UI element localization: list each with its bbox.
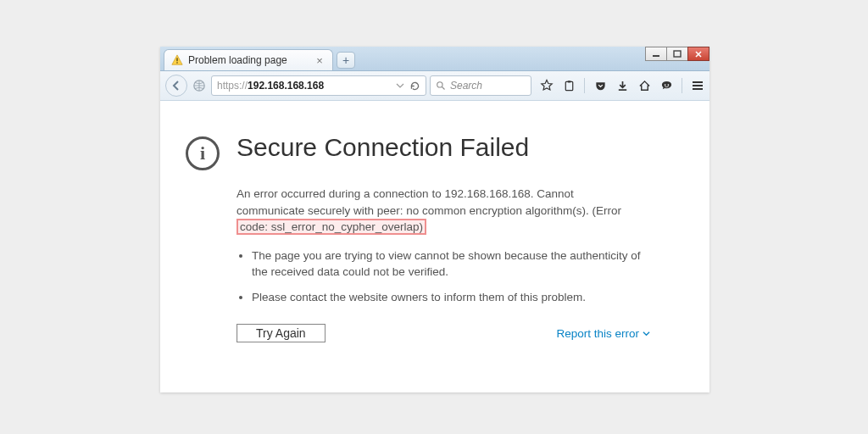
- navigation-toolbar: https:// 192.168.168.168 Search: [160, 71, 709, 101]
- search-placeholder: Search: [450, 80, 482, 92]
- svg-rect-13: [693, 85, 703, 86]
- svg-point-11: [667, 84, 669, 86]
- report-error-link[interactable]: Report this error: [556, 326, 650, 342]
- report-error-label: Report this error: [556, 326, 639, 342]
- dropdown-icon[interactable]: [396, 81, 404, 90]
- svg-rect-14: [693, 88, 703, 90]
- url-host: 192.168.168.168: [248, 80, 324, 92]
- toolbar-icons: [540, 78, 704, 93]
- error-bullet: The page you are trying to view cannot b…: [252, 248, 643, 281]
- svg-rect-3: [176, 62, 177, 63]
- error-description-text: An error occurred during a connection to…: [236, 187, 621, 217]
- search-bar[interactable]: Search: [430, 75, 531, 96]
- svg-point-10: [664, 84, 665, 86]
- bookmark-star-icon[interactable]: [540, 79, 554, 92]
- error-description: An error occurred during a connection to…: [236, 186, 635, 236]
- svg-rect-9: [618, 89, 626, 91]
- menu-icon[interactable]: [691, 79, 704, 92]
- tab-close-icon[interactable]: ×: [314, 54, 326, 66]
- new-tab-button[interactable]: +: [337, 52, 355, 69]
- url-actions: [396, 81, 420, 92]
- error-title: Secure Connection Failed: [236, 133, 529, 162]
- tab-problem-loading-page[interactable]: Problem loading page ×: [164, 49, 333, 70]
- try-again-button[interactable]: Try Again: [236, 324, 326, 342]
- error-bullets: The page you are trying to view cannot b…: [236, 248, 643, 306]
- chevron-down-icon: [643, 330, 650, 337]
- window-maximize-button[interactable]: [666, 47, 688, 61]
- svg-rect-2: [176, 58, 177, 61]
- home-icon[interactable]: [637, 79, 651, 92]
- error-bullet: Please contact the website owners to inf…: [252, 289, 643, 306]
- separator: [584, 78, 585, 93]
- svg-rect-12: [693, 81, 703, 83]
- back-button[interactable]: [165, 75, 187, 97]
- clipboard-icon[interactable]: [562, 79, 576, 92]
- svg-rect-7: [565, 81, 572, 90]
- window-close-button[interactable]: [687, 47, 709, 61]
- url-bar[interactable]: https:// 192.168.168.168: [211, 75, 426, 96]
- chat-icon[interactable]: [659, 79, 673, 92]
- svg-point-5: [437, 82, 442, 87]
- pocket-icon[interactable]: [593, 79, 607, 92]
- reload-icon[interactable]: [409, 81, 420, 92]
- separator: [682, 78, 682, 93]
- tab-strip: Problem loading page × +: [160, 47, 709, 71]
- svg-line-6: [442, 87, 445, 90]
- info-icon: i: [186, 136, 220, 170]
- error-page: i Secure Connection Failed An error occu…: [160, 101, 709, 392]
- warning-icon: [171, 54, 183, 66]
- url-protocol: https://: [217, 80, 248, 92]
- svg-rect-1: [674, 51, 681, 57]
- error-code-highlight: code: ssl_error_no_cypher_overlap): [236, 219, 426, 235]
- svg-rect-0: [653, 55, 659, 57]
- downloads-icon[interactable]: [615, 79, 629, 92]
- browser-window: Problem loading page × + https:// 192.16…: [160, 47, 709, 392]
- tab-title: Problem loading page: [188, 54, 287, 66]
- globe-icon: [192, 79, 206, 92]
- svg-rect-8: [567, 81, 570, 82]
- window-controls: [646, 47, 709, 61]
- window-minimize-button[interactable]: [645, 47, 667, 61]
- search-icon: [436, 81, 446, 91]
